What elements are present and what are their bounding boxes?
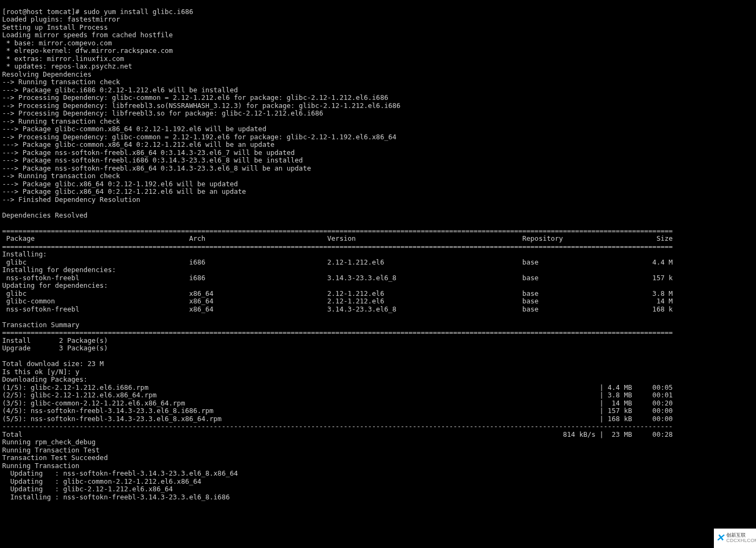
watermark-logo-icon: ✕	[716, 533, 724, 544]
watermark-badge: ✕ 创新互联 CDCXHLCOM	[714, 529, 756, 548]
watermark-subbrand: CDCXHLCOM	[726, 538, 756, 544]
terminal-output[interactable]: [root@host tomcat]# sudo yum install gli…	[0, 7, 756, 503]
